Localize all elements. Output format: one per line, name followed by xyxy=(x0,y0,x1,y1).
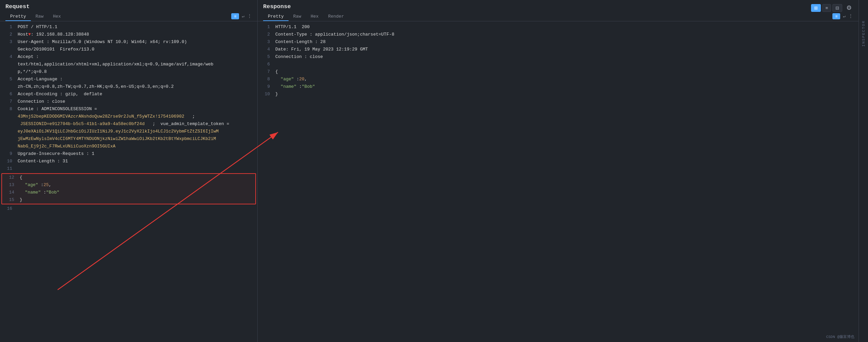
response-line-3: 3 Content-Length : 28 xyxy=(258,38,859,46)
request-newline-icon: ↵ xyxy=(242,14,244,19)
response-line-10: 10 } xyxy=(258,90,859,98)
response-line-5: 5 Connection : close xyxy=(258,53,859,61)
response-line-2: 2 Content-Type : application/json;charse… xyxy=(258,31,859,38)
tab-pretty-response[interactable]: Pretty xyxy=(263,13,289,21)
request-line-15: 15 } xyxy=(2,196,255,204)
request-line-16: 16 xyxy=(0,205,257,213)
request-line-9: 9 Upgrade-Insecure-Requests : 1 xyxy=(0,150,257,158)
response-line-8: 8 "age" :20, xyxy=(258,76,859,83)
response-line-9: 9 "name" :"Bob" xyxy=(258,83,859,90)
request-json-block: 12 { 13 "age" :25, 14 "name" :"Bob" xyxy=(1,173,256,204)
tab-hex-request[interactable]: Hex xyxy=(48,13,65,21)
request-line-5: 5 Accept-Language : zh-CN,zh;q=0.8,zh-TW… xyxy=(0,76,257,90)
inspector-label: INSPECTOR xyxy=(862,20,866,46)
settings-button[interactable]: ⚙ xyxy=(844,3,854,12)
response-line-7: 7 { xyxy=(258,68,859,76)
request-line-13: 13 "age" :25, xyxy=(2,181,255,189)
response-line-1: 1 HTTP/1.1 200 xyxy=(258,23,859,31)
request-line-12: 12 { xyxy=(2,174,255,181)
request-menu-icon[interactable]: ⋮ xyxy=(247,13,252,19)
request-title: Request xyxy=(5,3,252,10)
response-title: Response xyxy=(263,3,853,10)
tab-raw-request[interactable]: Raw xyxy=(31,13,48,21)
request-panel: Request Pretty Raw Hex ≡ ↵ ⋮ 1 xyxy=(0,0,258,342)
response-menu-icon[interactable]: ⋮ xyxy=(848,13,853,19)
request-line-8: 8 Cookie : ADMINCONSOLESESSION = 43MnjS2… xyxy=(0,105,257,150)
watermark: CSDN @藤富博也 xyxy=(826,334,854,339)
request-line-10: 10 Content-Length : 31 xyxy=(0,158,257,165)
response-copy-button[interactable]: ≡ xyxy=(832,13,840,19)
request-line-3: 3 User-Agent : Mozilla/5.0 (Windows NT 1… xyxy=(0,38,257,53)
response-panel: Response Pretty Raw Hex Render ≡ ↵ ⋮ xyxy=(258,0,859,342)
request-line-11: 11 xyxy=(0,165,257,173)
request-line-1: 1 POST / HTTP/1.1 xyxy=(0,23,257,31)
request-line-7: 7 Connection : close xyxy=(0,98,257,105)
response-line-6: 6 xyxy=(258,61,859,68)
request-line-4: 4 Accept : text/html,application/xhtml+x… xyxy=(0,53,257,76)
request-line-6: 6 Accept-Encoding : gzip, deflate xyxy=(0,90,257,98)
inspector-sidebar: INSPECTOR xyxy=(859,0,868,342)
request-line-2: 2 Host▼: 192.168.88.128:38848 xyxy=(0,31,257,38)
response-code-area[interactable]: 1 HTTP/1.1 200 2 Content-Type : applicat… xyxy=(258,21,859,342)
request-code-area[interactable]: 1 POST / HTTP/1.1 2 Host▼: 192.168.88.12… xyxy=(0,21,257,342)
list-view-button[interactable]: ≡ xyxy=(822,4,831,12)
tab-pretty-request[interactable]: Pretty xyxy=(5,13,31,21)
tab-render-response[interactable]: Render xyxy=(323,13,349,21)
compact-view-button[interactable]: ⊟ xyxy=(832,4,842,12)
tab-hex-response[interactable]: Hex xyxy=(306,13,323,21)
request-copy-button[interactable]: ≡ xyxy=(231,13,239,19)
request-line-14: 14 "name" :"Bob" xyxy=(2,189,255,196)
response-line-4: 4 Date: Fri, 19 May 2023 12:19:29 GMT xyxy=(258,46,859,53)
response-newline-icon: ↵ xyxy=(843,14,846,19)
grid-view-button[interactable]: ⊞ xyxy=(811,4,821,12)
tab-raw-response[interactable]: Raw xyxy=(289,13,306,21)
